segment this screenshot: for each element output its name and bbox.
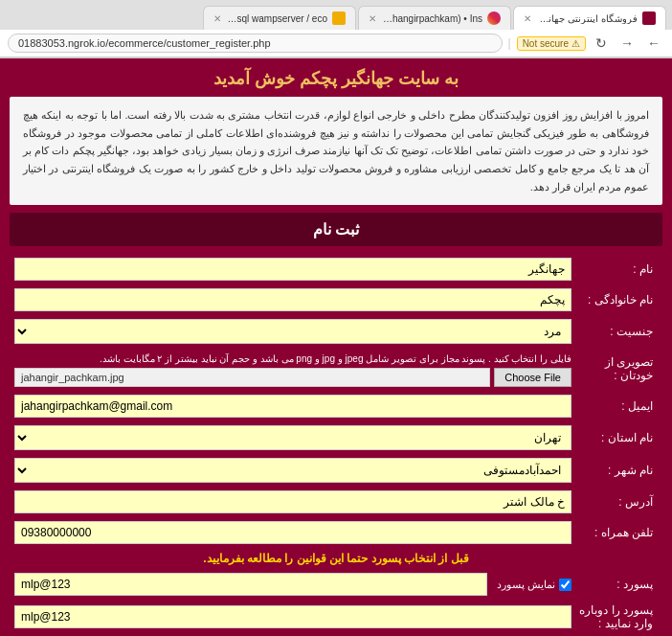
tab-insta-label: jahangir (@jahangirpachkam) • Ins... — [381, 13, 482, 24]
page-content: به سایت جهانگیر پچکم خوش آمدید امروز با … — [0, 58, 672, 636]
registration-form: نام : نام خانوادگی : جنسیت : مرد زن تصوی… — [0, 258, 672, 636]
header-text: به سایت جهانگیر پچکم خوش آمدید — [213, 69, 459, 88]
address-row: آدرس : — [14, 490, 658, 513]
insta-favicon — [487, 11, 501, 25]
address-label: آدرس : — [571, 495, 658, 509]
section-title-text: ثبت نام — [313, 221, 359, 238]
name-row: نام : — [14, 258, 658, 281]
show-password-label[interactable]: نمایش پسورد — [497, 579, 571, 591]
info-text: امروز با افزایش روز افزون تولیدکنندگان م… — [23, 109, 649, 193]
url-bar[interactable]: 01883053.ngrok.io/ecommerce/customer_reg… — [8, 34, 503, 53]
tab-bar: فروشگاه اینترنتی جهانگیر پچکم ✕ jahangir… — [0, 0, 672, 30]
password2-row: پسورد را دوباره وارد نمایید : — [14, 603, 658, 630]
tab-pma-label: localhost / mysql wampserver / eco... — [226, 13, 327, 24]
tab-pma[interactable]: localhost / mysql wampserver / eco... ✕ — [203, 6, 356, 30]
password2-input[interactable] — [14, 605, 571, 628]
section-title: ثبت نام — [10, 213, 662, 246]
tab-shop[interactable]: فروشگاه اینترنتی جهانگیر پچکم ✕ — [513, 6, 666, 30]
warning-icon: ⚠ — [571, 38, 580, 49]
url-separator: | — [508, 36, 511, 50]
file-input-row: jahangir_pachkam.jpg Choose File — [14, 368, 571, 387]
phone-row: تلفن همراه : — [14, 521, 658, 544]
photo-label: تصویری از خودتان : — [571, 352, 658, 382]
phone-input[interactable] — [14, 521, 571, 544]
info-box: امروز با افزایش روز افزون تولیدکنندگان م… — [10, 97, 662, 205]
tab-insta[interactable]: jahangir (@jahangirpachkam) • Ins... ✕ — [358, 6, 511, 30]
lastname-input[interactable] — [14, 288, 571, 311]
state-label: نام استان : — [571, 431, 658, 444]
photo-hint: فایلی را انتخاب کنید . پسوند مجاز برای ت… — [14, 352, 571, 366]
terms-text: قبل از انتخاب پسورد حتما این قوانین را م… — [203, 552, 468, 565]
photo-row: تصویری از خودتان : فایلی را انتخاب کنید … — [14, 352, 658, 387]
pma-favicon — [332, 11, 346, 25]
shop-favicon — [642, 11, 656, 25]
tab-close-shop[interactable]: ✕ — [524, 13, 531, 24]
choose-file-button[interactable]: Choose File — [494, 368, 571, 387]
lastname-row: نام خانوادگی : — [14, 288, 658, 311]
reload-button[interactable]: ↻ — [592, 34, 611, 53]
tab-close-insta[interactable]: ✕ — [369, 13, 376, 24]
password-row: پسورد : نمایش پسورد — [14, 573, 658, 596]
name-input[interactable] — [14, 258, 571, 281]
email-label: ایمیل : — [571, 399, 658, 413]
password-label: پسورد : — [571, 578, 658, 591]
security-label: Not secure — [523, 38, 569, 49]
terms-notice: قبل از انتخاب پسورد حتما این قوانین را م… — [14, 552, 658, 565]
photo-section: فایلی را انتخاب کنید . پسوند مجاز برای ت… — [14, 352, 571, 387]
address-input[interactable] — [14, 490, 571, 513]
email-row: ایمیل : — [14, 395, 658, 418]
phone-label: تلفن همراه : — [571, 526, 658, 539]
city-row: نام شهر : احمدآبادمستوفی — [14, 458, 658, 483]
show-password-text: نمایش پسورد — [497, 579, 555, 591]
lastname-label: نام خانوادگی : — [571, 293, 658, 307]
browser-chrome: فروشگاه اینترنتی جهانگیر پچکم ✕ jahangir… — [0, 0, 672, 58]
password2-label: پسورد را دوباره وارد نمایید : — [571, 603, 658, 630]
show-password-checkbox[interactable] — [559, 579, 571, 591]
tab-close-pma[interactable]: ✕ — [213, 13, 221, 24]
state-row: نام استان : تهران — [14, 425, 658, 450]
forward-button[interactable]: → — [616, 34, 638, 53]
gender-select[interactable]: مرد زن — [14, 319, 571, 344]
tab-shop-label: فروشگاه اینترنتی جهانگیر پچکم — [536, 13, 638, 24]
city-label: نام شهر : — [571, 464, 658, 477]
gender-label: جنسیت : — [571, 325, 658, 338]
nav-bar: ← → ↻ ⚠ Not secure | 01883053.ngrok.io/e… — [0, 30, 672, 57]
page-header: به سایت جهانگیر پچکم خوش آمدید — [0, 58, 672, 97]
state-select[interactable]: تهران — [14, 425, 571, 450]
file-name-display: jahangir_pachkam.jpg — [14, 368, 490, 387]
back-button[interactable]: ← — [643, 34, 664, 53]
security-badge: ⚠ Not secure — [517, 36, 586, 51]
email-input[interactable] — [14, 395, 571, 418]
name-label: نام : — [571, 262, 658, 276]
gender-row: جنسیت : مرد زن — [14, 319, 658, 344]
password-input[interactable] — [14, 573, 487, 596]
city-select[interactable]: احمدآبادمستوفی — [14, 458, 571, 483]
